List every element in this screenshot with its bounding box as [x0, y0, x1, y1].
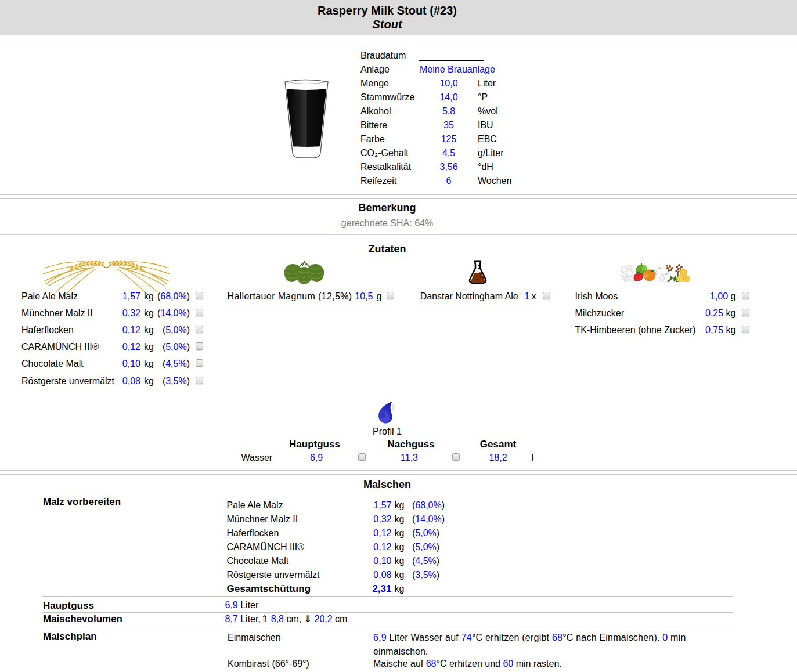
svg-text:OH: OH: [665, 272, 669, 276]
svg-text:H: H: [654, 272, 657, 276]
svg-text:H: H: [660, 279, 662, 282]
svg-text:H: H: [658, 266, 661, 270]
